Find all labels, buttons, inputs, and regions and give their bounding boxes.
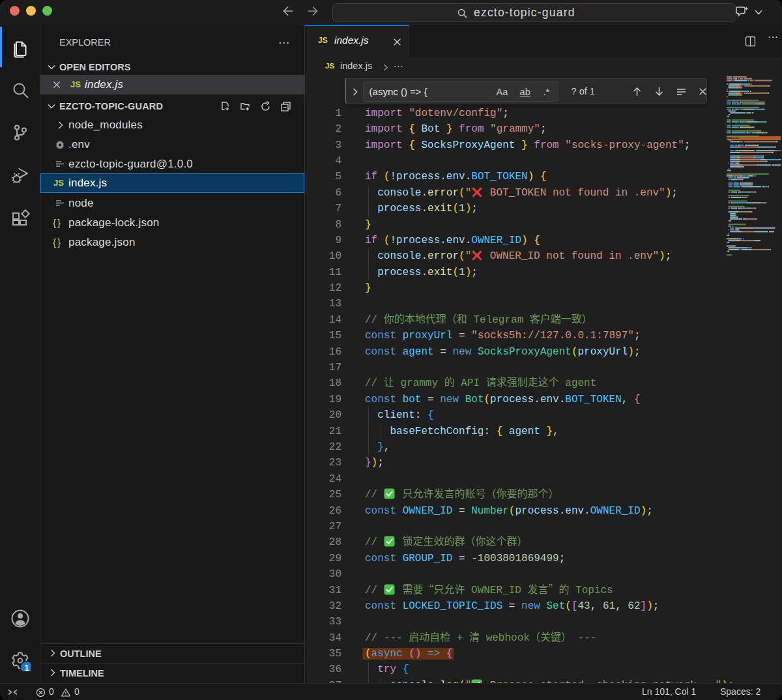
- svg-text:1: 1: [25, 664, 29, 672]
